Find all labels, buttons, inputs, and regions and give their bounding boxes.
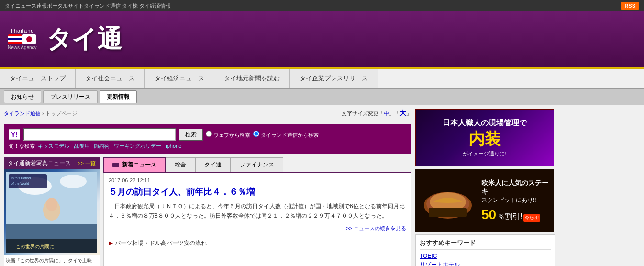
popular-link-0[interactable]: キッズモデル (38, 143, 69, 149)
svg-point-5 (46, 198, 57, 211)
keyword-1[interactable]: リゾートホテル (420, 261, 551, 266)
sub-navigation: お知らせ プレスリリース 更新情報 (0, 89, 644, 105)
logo-text-block: Thailand News Agency (8, 28, 37, 50)
sub-nav-press[interactable]: プレスリリース (43, 90, 98, 103)
thailand-label: Thailand (10, 28, 34, 33)
tab-taitsu[interactable]: タイ通 (195, 157, 231, 172)
nav-item-top[interactable]: タイニューストップ (0, 69, 76, 88)
tab-latest-label: 新着ニュース (122, 161, 156, 168)
yahoo-badge: Y! (9, 129, 20, 140)
ad1-line3: がイメージ通りに! (463, 150, 506, 157)
photo-news-list-link[interactable]: >> 一覧 (78, 160, 96, 167)
popular-link-2[interactable]: 節約術 (94, 143, 110, 149)
ad-banner-interior[interactable]: 日本人職人の現場管理で 内装 がイメージ通りに! (415, 109, 554, 166)
photo-news-img-inner: In this Corner of the World この世界の片隅に (4, 169, 100, 255)
radio-web-text: ウェブから検索 (213, 132, 250, 138)
movie-illustration: In this Corner of the World この世界の片隅に (6, 172, 97, 253)
tab-general[interactable]: 総合 (166, 157, 195, 172)
tab-latest-news[interactable]: 新着ニュース (103, 157, 166, 172)
ad2-line1: 欧米人に人気のステーキ (481, 179, 550, 196)
logo-area: Thailand News Agency タイ通 (8, 22, 122, 56)
keyword-0[interactable]: TOEIC (420, 253, 551, 259)
keywords-section: おすすめキーワード TOEIC リゾートホテル ひげ剃り (415, 234, 555, 266)
sub-nav-notice[interactable]: お知らせ (4, 90, 41, 103)
rss-button[interactable]: RSS (621, 2, 639, 10)
ad2-inner: 欧米人に人気のステーキ スクンビットにあり!! 50 ％割引! 今だけ! (415, 175, 554, 226)
photo-news-title: タイ通新着写真ニュース (8, 159, 71, 167)
news-section: 新着ニュース 総合 タイ通 ファイナンス 2017-06-22 12:11 (103, 157, 411, 266)
breadcrumb: タイランド通信 › トップページ (4, 110, 77, 117)
breadcrumb-current: トップページ (45, 111, 77, 116)
popular-link-4[interactable]: iphone (166, 143, 181, 149)
nav-item-press[interactable]: タイ企業プレスリリース (290, 69, 378, 88)
photo-news-header: タイ通新着写真ニュース >> 一覧 (4, 157, 100, 169)
right-sidebar: 日本人職人の現場管理で 内装 がイメージ通りに! 欧米人 (413, 109, 557, 266)
breadcrumb-row: タイランド通信 › トップページ 文字サイズ変更「中」「大」 (4, 109, 411, 122)
breadcrumb-separator: › (42, 111, 45, 116)
ad2-now-badge: 今だけ! (523, 214, 541, 222)
read-more: >> ニュースの続きを見る (109, 225, 406, 232)
breadcrumb-link-home[interactable]: タイランド通信 (4, 111, 41, 116)
popular-link-3[interactable]: ワーキングホリデー (114, 143, 161, 149)
ad1-line1: 日本人職人の現場管理で (443, 118, 527, 128)
radio-web-label[interactable]: ウェブから検索 (206, 131, 250, 139)
photo-caption: 映画「この世界の片隅に」、タイで上映 (4, 255, 100, 266)
article-title-link[interactable]: ５月の訪日タイ人、前年比４．６％増 (109, 187, 255, 197)
sub-nav-updates[interactable]: 更新情報 (100, 90, 137, 103)
radio-web[interactable] (206, 131, 212, 137)
ad-banner-steak[interactable]: 欧米人に人気のステーキ スクンビットにあり!! 50 ％割引! 今だけ! (415, 169, 554, 232)
ad2-discount-label: ％割引! (497, 212, 522, 222)
font-size-sep: 」「 (389, 111, 400, 116)
article-body: 日本政府観光局（ＪＮＴＯ）によると、今年５月の訪日タイ人数（推計値）が国・地域別… (109, 201, 406, 221)
search-area: Y! 検索 ウェブから検索 タイランド通信から検索 旬！な検索 キッズモデル (4, 124, 411, 154)
site-title[interactable]: タイ通 (46, 22, 122, 56)
svg-text:In this Corner: In this Corner (11, 177, 32, 180)
japan-flag-icon (22, 34, 36, 44)
nav-item-economy[interactable]: タイ経済ニュース (145, 69, 214, 88)
radio-site[interactable] (253, 131, 259, 137)
radio-site-label[interactable]: タイランド通信から検索 (253, 131, 319, 139)
search-input[interactable] (23, 128, 176, 141)
svg-text:of the World: of the World (11, 182, 29, 185)
tab-finance[interactable]: ファイナンス (231, 157, 283, 172)
font-size-label: 文字サイズ変更「 (342, 111, 384, 116)
nav-item-local[interactable]: タイ地元新聞を読む (214, 69, 290, 88)
search-row: Y! 検索 ウェブから検索 タイランド通信から検索 (9, 128, 407, 141)
ad1-line2: 内装 (468, 128, 501, 150)
article-date: 2017-06-22 12:11 (109, 177, 406, 183)
flag-icons (8, 34, 36, 44)
photo-news-image: In this Corner of the World この世界の片隅に (4, 169, 100, 255)
svg-rect-15 (429, 208, 467, 217)
tab-finance-label: ファイナンス (240, 161, 274, 168)
japan-flag-circle (26, 36, 32, 42)
photo-news-section: タイ通新着写真ニュース >> 一覧 (4, 157, 100, 266)
tab-taitsu-label: タイ通 (204, 161, 222, 168)
popular-link-1[interactable]: 乱視用 (74, 143, 89, 149)
content-wrapper: タイランド通信 › トップページ 文字サイズ変更「中」「大」 Y! 検索 ウェブ… (0, 105, 644, 266)
font-size-end: 」 (406, 111, 411, 116)
main-navigation: タイニューストップ タイ社会ニュース タイ経済ニュース タイ地元新聞を読む タイ… (0, 69, 644, 89)
font-size-medium[interactable]: 中 (384, 111, 389, 116)
news-agency-label: News Agency (8, 45, 37, 50)
news-content: 2017-06-22 12:11 ５月の訪日タイ人、前年比４．６％増 日本政府観… (103, 173, 411, 266)
next-article: パーツ相場・ドル高パーツ安の流れ (109, 236, 406, 247)
svg-text:この世界の片隅に: この世界の片隅に (16, 244, 54, 249)
top-bar: タイニュース速報ポータルサイトタイランド通信 タイ株 タイ経済情報 RSS (0, 0, 644, 11)
article-title: ５月の訪日タイ人、前年比４．６％増 (109, 186, 406, 198)
svg-point-3 (60, 175, 87, 188)
steak-illustration (419, 179, 477, 222)
site-header: Thailand News Agency タイ通 (0, 11, 644, 66)
ad2-food-image (419, 179, 477, 222)
ad2-line2: スクンビットにあり!! (481, 196, 550, 204)
tab-general-label: 総合 (175, 161, 186, 168)
left-column: タイランド通信 › トップページ 文字サイズ変更「中」「大」 Y! 検索 ウェブ… (2, 109, 413, 266)
nav-item-society[interactable]: タイ社会ニュース (76, 69, 145, 88)
search-button[interactable]: 検索 (179, 129, 203, 141)
popular-label: 旬！な検索 (9, 143, 35, 149)
two-column-area: タイ通新着写真ニュース >> 一覧 (4, 157, 411, 266)
font-size-controls: 文字サイズ変更「中」「大」 (342, 109, 411, 118)
font-size-large[interactable]: 大 (400, 109, 406, 117)
read-more-link[interactable]: >> ニュースの続きを見る (346, 225, 406, 231)
popular-searches: 旬！な検索 キッズモデル 乱視用 節約術 ワーキングホリデー iphone (9, 143, 407, 150)
top-bar-text: タイニュース速報ポータルサイトタイランド通信 タイ株 タイ経済情報 (5, 2, 171, 10)
